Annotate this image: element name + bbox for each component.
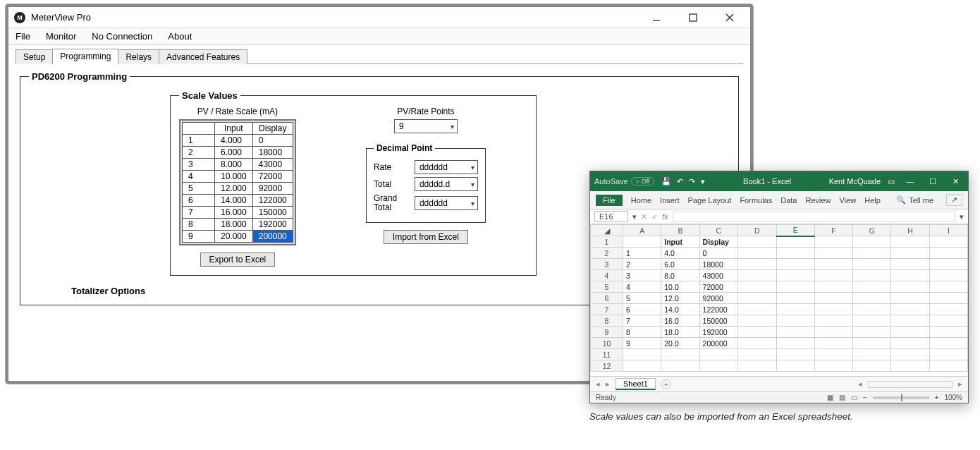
undo-icon[interactable]: ↶ <box>677 177 683 186</box>
autosave-toggle[interactable]: AutoSave ○ Off <box>594 177 654 186</box>
pv-cell-display[interactable]: 92000 <box>252 183 293 195</box>
col-header-A[interactable]: A <box>623 225 661 236</box>
tab-setup[interactable]: Setup <box>16 49 53 64</box>
grid-row[interactable]: 214.00 <box>591 248 968 259</box>
select-all-corner[interactable]: ◢ <box>591 225 623 236</box>
col-header-H[interactable]: H <box>891 225 929 236</box>
ribbon-formulas[interactable]: Formulas <box>740 196 772 205</box>
cell-H3[interactable] <box>891 259 929 270</box>
maximize-button[interactable] <box>681 10 705 25</box>
cell-A9[interactable]: 8 <box>623 327 661 338</box>
cell-D7[interactable] <box>738 304 776 315</box>
cancel-icon[interactable]: ✕ <box>641 212 647 221</box>
cell-C2[interactable]: 0 <box>699 248 738 259</box>
cell-G3[interactable] <box>853 259 891 270</box>
cell-F9[interactable] <box>814 327 852 338</box>
cell-B10[interactable]: 20.0 <box>661 338 699 349</box>
pv-table-row[interactable]: 38.00043000 <box>183 159 293 171</box>
pv-cell-input[interactable]: 6.000 <box>215 147 253 159</box>
cell-F1[interactable] <box>814 236 852 248</box>
cell-A1[interactable] <box>623 236 661 248</box>
cell-F5[interactable] <box>814 281 852 293</box>
cell-E12[interactable] <box>776 360 814 372</box>
qat-more-icon[interactable]: ▾ <box>701 177 705 186</box>
cell-B4[interactable]: 8.0 <box>661 270 699 281</box>
excel-close-button[interactable]: ✕ <box>947 177 964 186</box>
pv-table-row[interactable]: 818.000192000 <box>183 219 293 231</box>
col-header-E[interactable]: E <box>776 225 814 236</box>
cell-H10[interactable] <box>891 338 929 349</box>
cell-C8[interactable]: 150000 <box>699 315 738 327</box>
cell-G8[interactable] <box>853 315 891 327</box>
cell-D10[interactable] <box>738 338 776 349</box>
pv-table-row[interactable]: 716.000150000 <box>183 207 293 219</box>
cell-E8[interactable] <box>776 315 814 327</box>
pv-cell-display[interactable]: 18000 <box>252 147 293 159</box>
row-header[interactable]: 12 <box>591 360 623 372</box>
redo-icon[interactable]: ↷ <box>689 177 695 186</box>
zoom-level[interactable]: 100% <box>944 394 962 401</box>
pv-table-row[interactable]: 410.00072000 <box>183 171 293 183</box>
cell-E5[interactable] <box>776 281 814 293</box>
cell-G10[interactable] <box>853 338 891 349</box>
ribbon-data[interactable]: Data <box>780 196 797 205</box>
row-header[interactable]: 9 <box>591 327 623 338</box>
col-header-F[interactable]: F <box>814 225 852 236</box>
close-button[interactable] <box>718 10 742 25</box>
cell-F8[interactable] <box>814 315 852 327</box>
pv-cell-input[interactable]: 12.000 <box>215 183 253 195</box>
tab-relays[interactable]: Relays <box>118 49 159 64</box>
pv-cell-input[interactable]: 8.000 <box>215 159 253 171</box>
cell-F10[interactable] <box>814 338 852 349</box>
dp-grand-total-select[interactable]: dddddd▾ <box>415 196 478 210</box>
cell-I4[interactable] <box>929 270 967 281</box>
cell-C1[interactable]: Display <box>699 236 738 248</box>
view-pagebreak-icon[interactable]: ▭ <box>851 394 857 401</box>
enter-icon[interactable]: ✓ <box>651 212 658 221</box>
cell-I1[interactable] <box>929 236 967 248</box>
cell-B12[interactable] <box>661 360 699 372</box>
cell-E3[interactable] <box>776 259 814 270</box>
hscroll-right-icon[interactable]: ▸ <box>958 379 962 389</box>
cell-D8[interactable] <box>738 315 776 327</box>
cell-F3[interactable] <box>814 259 852 270</box>
grid-row[interactable]: 326.018000 <box>591 259 968 270</box>
ribbon-options-icon[interactable]: ▭ <box>888 177 895 186</box>
cell-C3[interactable]: 18000 <box>699 259 738 270</box>
pv-cell-display[interactable]: 192000 <box>252 219 293 231</box>
cell-H8[interactable] <box>891 315 929 327</box>
pv-cell-display[interactable]: 0 <box>252 135 293 147</box>
cell-F6[interactable] <box>814 293 852 304</box>
cell-G12[interactable] <box>853 360 891 372</box>
cell-H6[interactable] <box>891 293 929 304</box>
formula-expand-icon[interactable]: ▾ <box>960 212 964 221</box>
cell-F12[interactable] <box>814 360 852 372</box>
add-sheet-button[interactable]: + <box>661 379 671 389</box>
sheet-tab-sheet1[interactable]: Sheet1 <box>615 378 656 390</box>
pv-table-row[interactable]: 26.00018000 <box>183 147 293 159</box>
cell-G1[interactable] <box>853 236 891 248</box>
ribbon-view[interactable]: View <box>840 196 857 205</box>
cell-A7[interactable]: 6 <box>623 304 661 315</box>
pv-cell-display[interactable]: 43000 <box>252 159 293 171</box>
row-header[interactable]: 2 <box>591 248 623 259</box>
cell-H9[interactable] <box>891 327 929 338</box>
cell-B8[interactable]: 16.0 <box>661 315 699 327</box>
cell-I11[interactable] <box>929 349 967 360</box>
cell-E4[interactable] <box>776 270 814 281</box>
cell-I6[interactable] <box>929 293 967 304</box>
cell-E1[interactable] <box>776 236 814 248</box>
cell-C12[interactable] <box>699 360 738 372</box>
tab-advanced[interactable]: Advanced Features <box>159 49 247 64</box>
cell-D1[interactable] <box>738 236 776 248</box>
cell-H5[interactable] <box>891 281 929 293</box>
grid-row[interactable]: 5410.072000 <box>591 281 968 293</box>
menu-monitor[interactable]: Monitor <box>46 31 76 42</box>
cell-I5[interactable] <box>929 281 967 293</box>
spreadsheet-grid[interactable]: ◢ABCDEFGHI 1InputDisplay214.00326.018000… <box>590 224 968 372</box>
grid-row[interactable]: 10920.0200000 <box>591 338 968 349</box>
cell-D2[interactable] <box>738 248 776 259</box>
cell-H4[interactable] <box>891 270 929 281</box>
zoom-in-button[interactable]: + <box>935 394 939 401</box>
cell-B11[interactable] <box>661 349 699 360</box>
